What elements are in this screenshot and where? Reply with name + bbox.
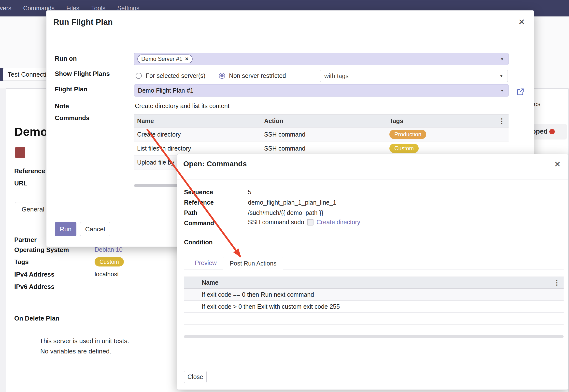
create-directory-link[interactable]: Create directory (316, 219, 360, 226)
cancel-button[interactable]: Cancel (80, 222, 110, 236)
top-right-partial-text: es (534, 100, 540, 108)
kebab-menu-icon[interactable]: ⋮ (494, 117, 509, 125)
commands-dialog-close-icon[interactable]: ✕ (554, 160, 561, 168)
radio-selected-servers-label: For selected server(s) (146, 72, 205, 79)
tag-badge-custom: Custom (389, 144, 419, 153)
post-run-actions-table: Name ⋮ If exit code == 0 then Run next c… (184, 277, 564, 325)
open-commands-dialog: Open: Commands ✕ Sequence Reference Path… (177, 154, 569, 390)
sequence-value: 5 (248, 189, 251, 196)
on-delete-plan-label: On Delete Plan (14, 315, 59, 322)
command-value: SSH command sudo (248, 219, 304, 226)
tag-badge-production: Production (389, 130, 426, 139)
dialog-tabs: Preview Post Run Actions (184, 256, 564, 269)
field-group-divider (245, 188, 245, 248)
run-on-field[interactable]: Demo Server #1 ✕ ▼ (134, 53, 509, 65)
run-on-label: Run on (55, 55, 77, 62)
run-dialog-close-icon[interactable]: ✕ (518, 18, 525, 26)
nav-item-servers[interactable]: Servers (0, 5, 11, 12)
chip-remove-icon[interactable]: ✕ (185, 56, 188, 62)
tab-general-label: General (22, 206, 44, 213)
server-heading: Demo (14, 125, 48, 139)
chevron-down-icon[interactable]: ▼ (500, 88, 504, 93)
sequence-label: Sequence (184, 189, 213, 196)
url-label: URL (14, 180, 27, 187)
horizontal-scrollbar[interactable] (184, 335, 564, 338)
dialog-group-divider (130, 186, 130, 216)
column-header-action[interactable]: Action (261, 117, 386, 125)
chevron-down-icon[interactable]: ▼ (500, 57, 504, 61)
column-header-name[interactable]: Name (134, 117, 261, 125)
flight-plan-value: Demo Flight Plan #1 (138, 87, 194, 94)
table-header-row: Name Action Tags ⋮ (134, 115, 509, 127)
partner-label: Partner (14, 236, 37, 244)
commands-dialog-title: Open: Commands (183, 160, 247, 168)
os-label: Operating System (14, 246, 69, 254)
condition-label: Condition (184, 239, 213, 246)
table-row[interactable]: Create directory SSH command Production (134, 127, 509, 141)
cell-name: If exit code > 0 then Exit with custom e… (199, 303, 551, 310)
table-row[interactable]: List files in directory SSH command Cust… (134, 141, 509, 155)
tags-value-badge: Custom (95, 257, 124, 266)
cell-name: If exit code == 0 then Run next command (199, 291, 551, 298)
reference-label: Reference (184, 199, 214, 206)
dialog-header-divider (177, 180, 568, 180)
radio-selected-servers[interactable] (136, 73, 142, 79)
reference-label: Reference (14, 167, 45, 175)
cell-action: SSH command (261, 131, 386, 138)
tab-post-run-actions[interactable]: Post Run Actions (223, 257, 283, 269)
create-directory-checkbox[interactable] (307, 219, 313, 225)
run-dialog-title: Run Flight Plan (53, 17, 113, 27)
flight-plan-select[interactable]: Demo Flight Plan #1 ▼ (134, 84, 509, 97)
chevron-down-icon[interactable]: ▼ (499, 74, 503, 78)
server-chip[interactable]: Demo Server #1 ✕ (137, 55, 193, 63)
cell-name: List files in directory (134, 145, 261, 152)
table-header-row: Name ⋮ (184, 277, 564, 289)
cell-name: Create directory (134, 131, 261, 138)
close-button[interactable]: Close (184, 371, 207, 383)
note-label: Note (55, 102, 69, 110)
server-chip-label: Demo Server #1 (141, 56, 182, 62)
unit-test-note-line1: This server is used in unit tests. (40, 337, 129, 345)
command-label: Command (184, 220, 214, 227)
status-red-dot-icon (549, 129, 555, 134)
cell-action: SSH command (261, 145, 386, 152)
commands-label: Commands (55, 114, 90, 122)
with-tags-select[interactable]: with tags ▼ (320, 70, 508, 82)
external-link-icon[interactable] (516, 88, 525, 96)
reference-value: demo_flight_plan_1_plan_line_1 (248, 199, 336, 206)
column-header-tags[interactable]: Tags (386, 117, 494, 125)
ipv6-label: IPv6 Address (14, 283, 55, 291)
partial-dark-button[interactable] (0, 68, 3, 81)
table-row-empty (184, 313, 564, 325)
table-row[interactable]: If exit code == 0 then Run next command (184, 289, 564, 301)
tags-label: Tags (14, 258, 29, 266)
ipv4-label: IPv4 Address (14, 271, 55, 278)
unit-test-note-line2: No variables are defined. (40, 348, 111, 355)
note-value: Create directory and list its content (135, 102, 229, 110)
form-group-divider (89, 235, 89, 326)
flight-plan-label: Flight Plan (55, 85, 87, 93)
table-row[interactable]: If exit code > 0 then Exit with custom e… (184, 301, 564, 313)
color-swatch[interactable] (15, 147, 25, 158)
tab-preview[interactable]: Preview (188, 256, 223, 269)
show-flight-plans-label: Show Flight Plans (55, 70, 110, 78)
os-value-link[interactable]: Debian 10 (95, 246, 123, 253)
with-tags-value: with tags (324, 72, 349, 80)
radio-non-server-restricted[interactable] (219, 73, 225, 79)
run-button[interactable]: Run (55, 222, 76, 236)
path-value: /such/much/{{ demo_path }} (248, 209, 323, 216)
column-header-name[interactable]: Name (199, 279, 551, 286)
kebab-menu-icon[interactable]: ⋮ (551, 279, 564, 287)
radio-non-server-restricted-label: Non server restricted (229, 72, 286, 79)
ipv4-value: localhost (95, 271, 119, 278)
command-value-row: SSH command sudo Create directory (248, 219, 360, 226)
path-label: Path (184, 209, 197, 216)
